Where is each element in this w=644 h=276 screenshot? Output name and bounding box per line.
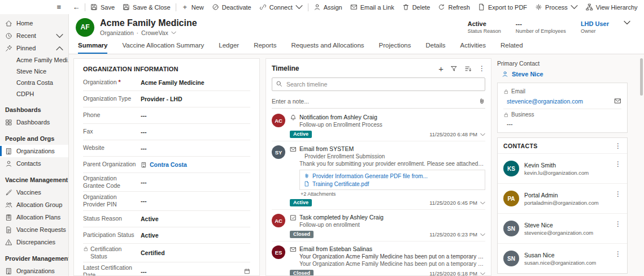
tab-related[interactable]: Related bbox=[501, 42, 523, 54]
field-phone[interactable]: Phone --- bbox=[83, 107, 250, 124]
sort-icon[interactable] bbox=[464, 65, 472, 72]
pinned-item-cdph[interactable]: CDPH bbox=[0, 88, 68, 100]
save-button[interactable]: Save bbox=[86, 0, 119, 14]
timeline-entry[interactable]: ES Email from Esteban Salinas Your Organ… bbox=[272, 241, 485, 275]
assign-button[interactable]: Assign bbox=[310, 0, 346, 14]
contact-row-portal-admin[interactable]: PA Portal Admin portaladmin@organization… bbox=[498, 183, 627, 213]
timeline-entry[interactable]: AC Notification from Ashley Craig Follow… bbox=[272, 110, 485, 141]
sidebar-item-provider-organizations[interactable]: Organizations bbox=[0, 265, 68, 276]
field-certification-status[interactable]: Certification Status Certified bbox=[83, 244, 250, 262]
expand-entry-icon[interactable] bbox=[480, 233, 485, 236]
record-subtitle[interactable]: Organization · CroweVax bbox=[100, 29, 197, 36]
process-button[interactable]: Process bbox=[531, 0, 582, 14]
avatar: SY bbox=[272, 145, 285, 159]
attachment-link[interactable]: Provider Information Generate PDF file f… bbox=[304, 172, 481, 180]
filter-icon[interactable] bbox=[450, 65, 458, 72]
contact-row-more-icon[interactable]: ⋮ bbox=[615, 161, 621, 167]
chevron-up-icon bbox=[56, 45, 63, 52]
pinned-item-steve-nice[interactable]: Steve Nice bbox=[0, 66, 68, 77]
tab-ledger[interactable]: Ledger bbox=[219, 42, 239, 54]
vertical-scrollbar[interactable] bbox=[639, 57, 643, 273]
tab-summary[interactable]: Summary bbox=[78, 42, 107, 54]
collapse-header-icon[interactable] bbox=[624, 20, 630, 25]
field-parent-organization[interactable]: Parent Organization Contra Costa bbox=[83, 157, 250, 173]
field-website[interactable]: Website --- bbox=[83, 140, 250, 157]
field-latest-certification-date[interactable]: Latest Certification Date --- bbox=[83, 262, 250, 276]
refresh-button[interactable]: Refresh bbox=[434, 0, 474, 14]
back-icon[interactable]: ← bbox=[69, 3, 84, 11]
sidebar-group-people-and-orgs: People and Orgs bbox=[0, 128, 68, 145]
sidebar-item-vaccines[interactable]: Vaccines bbox=[0, 186, 68, 199]
export-to-pdf-button[interactable]: Export to PDF bbox=[474, 0, 531, 14]
sidebar-item-discrepancies[interactable]: Discrepancies bbox=[0, 236, 68, 248]
attachment-link[interactable]: Training Certificate.pdf bbox=[304, 180, 481, 188]
delete-button[interactable]: Delete bbox=[398, 0, 434, 14]
view-hierarchy-button[interactable]: View Hierarchy bbox=[582, 0, 642, 14]
save-and-close-button[interactable]: Save & Close bbox=[119, 0, 175, 14]
tab-requests-and-allocations[interactable]: Requests and Allocations bbox=[291, 42, 364, 54]
pdf-file-icon bbox=[304, 181, 310, 187]
contact-row-susan-nice[interactable]: SN Susan Nice susan.nice@organization.co… bbox=[498, 243, 627, 273]
sidebar-item-dashboards[interactable]: Dashboards bbox=[0, 116, 68, 128]
menu-icon[interactable]: ≡ bbox=[56, 3, 61, 11]
sidebar-item-pinned[interactable]: Pinned bbox=[0, 42, 68, 54]
command-bar-left: ≡ bbox=[0, 3, 69, 11]
avatar: SN bbox=[503, 221, 519, 236]
deactivate-button[interactable]: Deactivate bbox=[208, 0, 255, 14]
contact-email: kevin.lu@organization.com bbox=[524, 169, 589, 176]
new-button[interactable]: + New bbox=[177, 0, 208, 14]
field-participation-status[interactable]: Participation Status Active bbox=[83, 227, 250, 244]
pinned-item-acme[interactable]: Acme Family Medi... bbox=[0, 54, 68, 66]
plus-icon: + bbox=[181, 3, 189, 11]
tab-vaccine-allocation-summary[interactable]: Vaccine Allocation Summary bbox=[122, 42, 204, 54]
contact-row-steve-nice[interactable]: SN Steve Nice stevenice@organization.com… bbox=[498, 213, 627, 243]
sidebar-item-contacts[interactable]: Contacts bbox=[0, 157, 68, 170]
note-input[interactable] bbox=[272, 98, 478, 105]
parent-organization-link[interactable]: Contra Costa bbox=[150, 161, 187, 168]
share-button[interactable]: Share bbox=[642, 0, 644, 14]
sidebar-item-allocation-group[interactable]: Allocation Group bbox=[0, 199, 68, 211]
more-attachments[interactable]: +2 Attachments bbox=[301, 191, 485, 197]
email-a-link-button[interactable]: Email a Link bbox=[346, 0, 398, 14]
sidebar-item-allocation-plans[interactable]: Allocation Plans bbox=[0, 211, 68, 223]
scrollbar-thumb[interactable] bbox=[640, 58, 643, 96]
tab-activities[interactable]: Activities bbox=[460, 42, 486, 54]
field-organization[interactable]: Organization* Acme Family Medicine bbox=[83, 75, 250, 91]
contact-row-more-icon[interactable]: ⋮ bbox=[615, 221, 621, 227]
field-organization-type[interactable]: Organization Type Provider - LHD bbox=[83, 91, 250, 107]
pinned-item-contra-costa[interactable]: Contra Costa bbox=[0, 77, 68, 88]
expand-entry-icon[interactable] bbox=[480, 201, 485, 205]
timeline-search-input[interactable] bbox=[272, 77, 485, 91]
add-record-icon[interactable]: + bbox=[438, 64, 443, 73]
contacts-more-icon[interactable]: ⋮ bbox=[615, 143, 621, 149]
email-value[interactable]: stevenice@organization.com bbox=[503, 94, 621, 109]
timeline-entry[interactable]: SY Email from SYSTEM Provider Enrollment… bbox=[272, 141, 485, 210]
clock-icon bbox=[5, 32, 12, 40]
contact-row-more-icon[interactable]: ⋮ bbox=[615, 191, 621, 197]
field-organization-grantee-code[interactable]: Organization Grantee Code --- bbox=[83, 173, 250, 192]
stat-owner[interactable]: LHD User Owner bbox=[581, 20, 609, 34]
sidebar-item-organizations[interactable]: Organizations bbox=[0, 145, 68, 157]
contact-row-more-icon[interactable]: ⋮ bbox=[615, 251, 621, 257]
tab-projections[interactable]: Projections bbox=[379, 42, 411, 54]
sidebar-item-vaccine-requests[interactable]: Vaccine Requests bbox=[0, 223, 68, 236]
field-organization-provider-pin[interactable]: Organization Provider PIN --- bbox=[83, 192, 250, 210]
field-fax[interactable]: Fax --- bbox=[83, 124, 250, 140]
tab-details[interactable]: Details bbox=[425, 42, 445, 54]
calendar-icon[interactable] bbox=[244, 268, 250, 274]
person-icon bbox=[502, 71, 508, 77]
tab-reports[interactable]: Reports bbox=[254, 42, 276, 54]
expand-entry-icon[interactable] bbox=[480, 272, 485, 275]
primary-contact-link[interactable]: Steve Nice bbox=[502, 71, 628, 77]
timeline-more-icon[interactable]: ⋮ bbox=[478, 65, 485, 72]
email-icon bbox=[290, 246, 297, 253]
sidebar-item-home[interactable]: Home bbox=[0, 17, 68, 29]
contact-row-kevin-smith[interactable]: KS Kevin Smith kevin.lu@organization.com… bbox=[498, 153, 627, 183]
connect-button[interactable]: Connect bbox=[255, 0, 307, 14]
sidebar-item-recent[interactable]: Recent bbox=[0, 29, 68, 42]
field-status-reason[interactable]: Status Reason Active bbox=[83, 211, 250, 227]
timeline-entry[interactable]: AC Task completed by Ashley Craig Follow… bbox=[272, 210, 485, 241]
paperclip-icon[interactable] bbox=[478, 98, 485, 105]
send-email-icon[interactable] bbox=[614, 97, 621, 105]
expand-entry-icon[interactable] bbox=[480, 133, 485, 136]
